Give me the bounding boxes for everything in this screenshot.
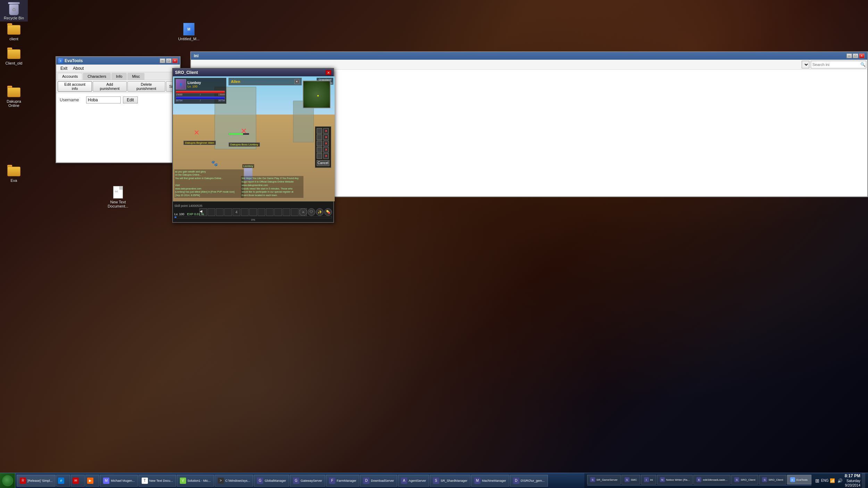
taskbar-item-globalmanager[interactable]: G GlobalManager xyxy=(254,475,289,487)
evatools-restore-btn[interactable]: □ xyxy=(166,58,172,63)
show-desktop-btn[interactable] xyxy=(862,473,865,488)
target-close-btn[interactable]: ✕ xyxy=(294,79,299,84)
sro-bottom-bar: Skill point 14000535 ◀ 4 xyxy=(173,201,333,222)
cmd-icon: > xyxy=(218,478,224,484)
ini-dropdown[interactable] xyxy=(802,61,809,68)
client-old-icon[interactable]: Client_old xyxy=(0,45,28,67)
taskbar-item-agentserver[interactable]: A AgentServer xyxy=(398,475,429,487)
tray-icon-network[interactable]: 📶 xyxy=(829,478,836,484)
sro-close-btn[interactable]: ✕ xyxy=(326,70,331,75)
dakupra-online-icon[interactable]: Dakupra Online xyxy=(0,83,28,109)
agentserver-icon: A xyxy=(401,478,407,484)
skill-icon-5[interactable] xyxy=(317,153,322,159)
sro-game-area: 👤 Lionboy Lv. 100 15689 / 156 xyxy=(173,76,335,201)
taskbar-running-edk[interactable]: E edkSilkroadLoade... xyxy=(693,475,731,485)
ini-minimize-btn[interactable]: ─ xyxy=(846,53,852,58)
character-panel: 👤 Lionboy Lv. 100 15689 / 156 xyxy=(174,78,226,104)
ini-close-btn[interactable]: ✕ xyxy=(859,53,865,58)
taskbar-item-release[interactable]: R [Release] 'Simpl... xyxy=(17,475,56,487)
taskbar-running-smc[interactable]: S SMC xyxy=(621,475,640,485)
notice-icon: N xyxy=(660,477,665,482)
tab-info[interactable]: Info xyxy=(111,73,127,80)
skill-row-5: ✕ xyxy=(317,153,329,159)
minimap xyxy=(303,81,331,108)
sro-title: SRO_Client xyxy=(175,70,198,75)
skill-x-btn-4[interactable]: ✕ xyxy=(323,147,329,152)
untitled-m-icon[interactable]: M Untitled_M... xyxy=(175,21,203,42)
tray-icon-1[interactable]: ⊞ xyxy=(814,478,820,484)
taskbar-running-sro2[interactable]: S SRO_Client xyxy=(759,475,786,485)
taskbar-running-gameserver[interactable]: S SR_GameServer xyxy=(587,475,621,485)
eva-folder-icon[interactable]: Eva xyxy=(0,162,28,184)
clock-date: Saturday9/20/2014 xyxy=(845,479,860,488)
evatools-close-btn[interactable]: ✕ xyxy=(172,58,178,63)
menu-exit[interactable]: Exit xyxy=(58,65,70,71)
skill-icon-1[interactable] xyxy=(317,128,322,134)
evatools-window-controls: ─ □ ✕ xyxy=(160,58,178,63)
edit-account-info-btn[interactable]: Edit account info xyxy=(58,81,92,92)
taskbar-item-shardmanager[interactable]: S SR_ShardManager xyxy=(430,475,470,487)
ini-search-input[interactable] xyxy=(812,62,860,67)
evatools-tabs: Accounts Characters Info Misc xyxy=(56,72,180,80)
taskbar-item-solution[interactable]: V Solution1 - Mic... xyxy=(177,475,214,487)
add-punishment-btn[interactable]: Add punishment xyxy=(93,81,126,92)
clock[interactable]: 8:17 PM Saturday9/20/2014 xyxy=(845,473,860,488)
new-text-icon: T xyxy=(142,478,148,484)
skill-x-btn-2[interactable]: ✕ xyxy=(323,134,329,140)
mail-icon: ✉ xyxy=(73,478,79,484)
tray-icon-lang[interactable]: ENG xyxy=(822,478,828,484)
recycle-bin-icon[interactable]: ♻ Recycle Bin xyxy=(0,0,28,22)
globalmanager-icon: G xyxy=(257,478,263,484)
cancel-btn[interactable]: Cancel xyxy=(317,160,329,166)
solution-icon: V xyxy=(180,478,186,484)
taskbar-item-ie[interactable]: e xyxy=(56,475,70,487)
username-edit-btn[interactable]: Edit xyxy=(123,96,138,103)
taskbar-running-evatools[interactable]: E EvaTools xyxy=(787,475,811,485)
taskbar-item-new-text[interactable]: T New Text Docu... xyxy=(139,475,176,487)
tab-accounts[interactable]: Accounts xyxy=(58,73,82,80)
character-avatar: 👤 xyxy=(176,79,186,90)
character-name: Lionboy xyxy=(187,81,201,85)
chat-text-left: as you gain wealth and glory on the Daku… xyxy=(174,169,244,198)
tab-misc[interactable]: Misc xyxy=(127,73,144,80)
dsr-icon: D xyxy=(513,478,519,484)
evatools-icon: E xyxy=(790,477,795,482)
skill-x-btn-3[interactable]: ✕ xyxy=(323,141,329,146)
desktop: ♻ Recycle Bin client Client_old xyxy=(0,0,868,488)
taskbar-running-notice[interactable]: N Notice Writer (Ra... xyxy=(657,475,693,485)
machinemanager-icon: M xyxy=(474,478,481,484)
skill-icon-2[interactable] xyxy=(317,134,322,140)
username-input[interactable] xyxy=(86,96,121,103)
menu-about[interactable]: About xyxy=(70,65,86,71)
skill-x-btn-1[interactable]: ✕ xyxy=(323,128,329,134)
taskbar-running-sro1[interactable]: S SRO_Client xyxy=(731,475,758,485)
start-button[interactable] xyxy=(0,473,15,488)
new-text-document-icon[interactable]: txt New Text Document... xyxy=(104,184,132,210)
taskbar-item-media[interactable]: ▶ xyxy=(85,475,99,487)
taskbar-item-cmd[interactable]: > C:\Windows\sys... xyxy=(215,475,253,487)
taskbar-running-ini[interactable]: I ini xyxy=(641,475,656,485)
taskbar-item-farmmanager[interactable]: F FarmManager xyxy=(326,475,360,487)
taskbar-item-mail[interactable]: ✉ xyxy=(71,475,85,487)
ini-maximize-btn[interactable]: □ xyxy=(853,53,858,58)
tab-characters[interactable]: Characters xyxy=(83,73,111,80)
taskbar-item-gatewayserver[interactable]: G GatewayServer xyxy=(290,475,325,487)
taskbar-item-michael[interactable]: M Michael Mugen... xyxy=(100,475,138,487)
tray-icon-volume[interactable]: 🔊 xyxy=(837,478,843,484)
taskbar-item-dsr[interactable]: D D\SRO\ur_gem... xyxy=(510,475,548,487)
skill-icon-4[interactable] xyxy=(317,147,322,152)
ini-search-box[interactable]: 🔍 xyxy=(811,61,866,68)
skill-icon-3[interactable] xyxy=(317,141,322,146)
sro2-icon: S xyxy=(762,477,767,482)
evatools-minimize-btn[interactable]: ─ xyxy=(160,58,165,63)
taskbar-right: S SR_GameServer S SMC I ini N Notice Wri… xyxy=(584,473,868,488)
new-text-document-label: New Text Document... xyxy=(106,200,131,208)
skill-x-btn-5[interactable]: ✕ xyxy=(323,153,329,159)
clock-time: 8:17 PM xyxy=(845,473,860,479)
taskbar-item-downloadserver[interactable]: D DownloadServer xyxy=(360,475,397,487)
sro1-icon: S xyxy=(734,477,739,482)
skill-point-label: Skill point 14000535 xyxy=(174,204,202,208)
client-icon[interactable]: client xyxy=(0,21,28,42)
delete-punishment-btn[interactable]: Delete punishment xyxy=(127,81,166,92)
taskbar-item-machinemanager[interactable]: M MachineManager xyxy=(471,475,509,487)
